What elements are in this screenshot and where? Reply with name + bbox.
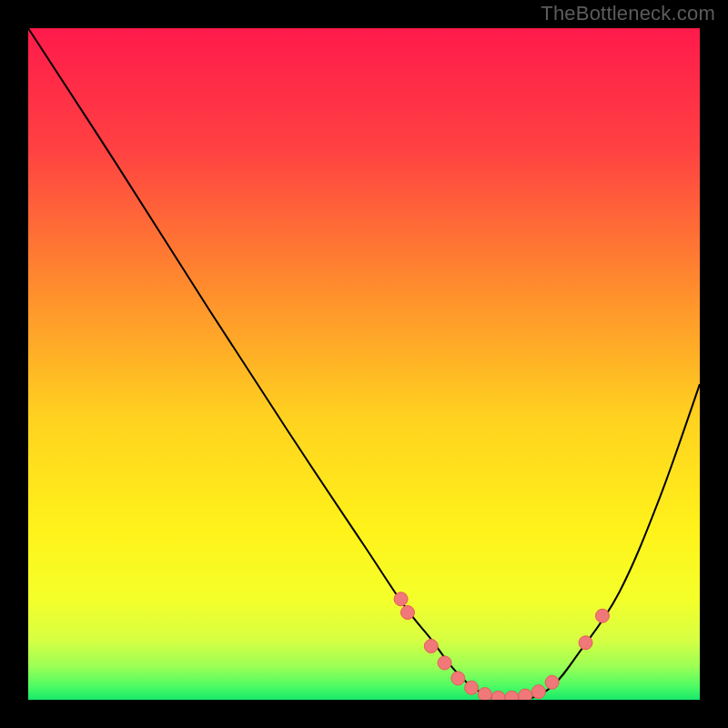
data-point bbox=[400, 606, 414, 620]
data-point bbox=[579, 636, 592, 650]
data-point bbox=[478, 688, 491, 700]
plot-area bbox=[28, 28, 700, 700]
data-point bbox=[519, 689, 532, 700]
data-point bbox=[394, 592, 408, 606]
data-point bbox=[491, 691, 505, 700]
data-point bbox=[465, 681, 479, 694]
data-point bbox=[451, 672, 465, 685]
data-point bbox=[438, 656, 451, 670]
data-point bbox=[595, 609, 609, 622]
bottleneck-curve bbox=[28, 28, 700, 700]
curve-path bbox=[28, 28, 700, 700]
watermark-text: TheBottleneck.com bbox=[541, 2, 715, 25]
chart-frame bbox=[20, 20, 708, 708]
data-point bbox=[505, 691, 519, 700]
data-point bbox=[531, 685, 545, 699]
data-point bbox=[424, 639, 438, 652]
data-point bbox=[545, 675, 559, 689]
